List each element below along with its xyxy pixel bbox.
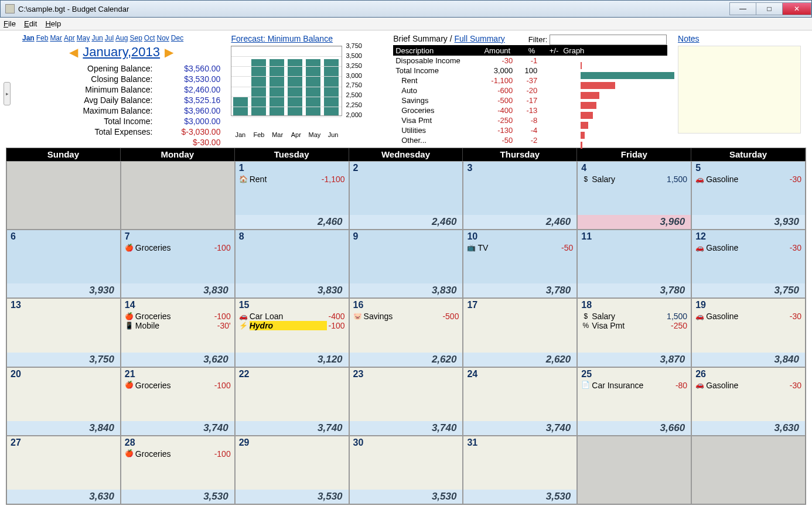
summary-row[interactable]: Other...-50-2 bbox=[393, 135, 667, 145]
balance-label: Closing Balance: bbox=[22, 74, 156, 84]
day-balance: 3,630 bbox=[692, 421, 805, 435]
calendar-cell[interactable]: 19🚗Gasoline-303,840 bbox=[691, 298, 806, 367]
calendar-cell[interactable]: 313,530 bbox=[463, 436, 577, 504]
calendar-cell[interactable]: 93,830 bbox=[349, 230, 463, 298]
day-balance: 3,530 bbox=[350, 490, 463, 504]
summary-row[interactable]: Utilities-130-4 bbox=[393, 125, 667, 135]
item-icon: ⚡ bbox=[239, 322, 248, 330]
calendar-cell[interactable]: 15🚗Car Loan-400⚡Hydro-1003,120 bbox=[235, 298, 349, 367]
calendar-item[interactable]: ⚡Hydro-100 bbox=[239, 321, 345, 330]
calendar-item[interactable]: 🍎Groceries-100 bbox=[125, 381, 231, 390]
day-balance: 3,740 bbox=[236, 421, 349, 435]
minimize-button[interactable]: — bbox=[729, 2, 756, 15]
calendar-cell[interactable]: 233,740 bbox=[349, 367, 463, 436]
summary-row[interactable]: Rent-1,100-37 bbox=[393, 76, 667, 86]
calendar-item[interactable]: 🍎Groceries-100 bbox=[125, 312, 231, 321]
calendar-item[interactable]: 🚗Gasoline-30 bbox=[695, 175, 801, 184]
balance-label: Opening Balance: bbox=[22, 64, 156, 73]
calendar-cell[interactable]: 203,840 bbox=[6, 367, 121, 436]
calendar-cell[interactable]: 303,530 bbox=[349, 436, 463, 504]
summary-row[interactable]: Total Income3,000100 bbox=[393, 66, 667, 76]
day-balance: 3,870 bbox=[578, 353, 691, 367]
calendar-item[interactable]: 🚗Gasoline-30 bbox=[695, 381, 801, 390]
day-balance: 2,620 bbox=[463, 353, 576, 367]
item-icon: 🍎 bbox=[125, 244, 134, 252]
calendar-item[interactable]: 📱Mobile-30' bbox=[125, 321, 231, 330]
calendar-item[interactable]: $Salary1,500 bbox=[581, 312, 687, 321]
month-title[interactable]: January,2013 bbox=[83, 45, 160, 60]
month-tab-jan[interactable]: Jan bbox=[22, 34, 35, 42]
day-header: Tuesday bbox=[235, 148, 349, 161]
month-tab-jul[interactable]: Jul bbox=[105, 34, 114, 42]
balance-label bbox=[22, 138, 156, 147]
calendar-cell[interactable]: 14🍎Groceries-100📱Mobile-30'3,620 bbox=[121, 298, 235, 367]
notes-link[interactable]: Notes bbox=[678, 34, 806, 43]
calendar-cell[interactable]: 22,460 bbox=[349, 161, 463, 230]
calendar-cell[interactable]: 83,830 bbox=[235, 230, 349, 298]
side-expand-handle[interactable]: ▸ bbox=[4, 82, 11, 105]
calendar-item[interactable]: 🏠Rent-1,100 bbox=[239, 175, 345, 184]
calendar-cell[interactable]: 1🏠Rent-1,1002,460 bbox=[235, 161, 349, 230]
summary-row[interactable]: Groceries-400-13 bbox=[393, 105, 667, 115]
full-summary-link[interactable]: Full Summary bbox=[454, 34, 504, 43]
calendar-item[interactable]: 🍎Groceries-100 bbox=[125, 449, 231, 459]
day-header: Saturday bbox=[691, 148, 806, 161]
summary-row[interactable]: Disposable Income-30-1 bbox=[393, 56, 667, 66]
calendar-item[interactable]: $Salary1,500 bbox=[581, 175, 687, 184]
filter-input[interactable] bbox=[550, 35, 667, 45]
calendar-item[interactable]: 🐷Savings-500 bbox=[353, 312, 459, 321]
calendar-cell[interactable]: 21🍎Groceries-1003,740 bbox=[121, 367, 235, 436]
calendar-cell[interactable]: 223,740 bbox=[235, 367, 349, 436]
calendar-cell[interactable]: 4$Salary1,5003,960 bbox=[577, 161, 691, 230]
calendar-cell[interactable]: 63,930 bbox=[6, 230, 121, 298]
month-tab-feb[interactable]: Feb bbox=[36, 34, 49, 42]
calendar-cell[interactable]: 16🐷Savings-5002,620 bbox=[349, 298, 463, 367]
calendar-item[interactable]: %Visa Pmt-250 bbox=[581, 321, 687, 330]
calendar-cell[interactable]: 12🚗Gasoline-303,750 bbox=[691, 230, 806, 298]
calendar-cell[interactable]: 10📺TV-503,780 bbox=[463, 230, 577, 298]
calendar-item[interactable]: 🚗Car Loan-400 bbox=[239, 312, 345, 321]
month-tab-dec[interactable]: Dec bbox=[171, 34, 183, 42]
menu-file[interactable]: File bbox=[4, 19, 16, 28]
month-tab-oct[interactable]: Oct bbox=[144, 34, 155, 42]
month-tabs[interactable]: JanFebMarAprMayJunJulAugSepOctNovDec bbox=[22, 34, 220, 42]
month-tab-nov[interactable]: Nov bbox=[157, 34, 169, 42]
month-tab-sep[interactable]: Sep bbox=[129, 34, 142, 42]
calendar-cell[interactable]: 28🍎Groceries-1003,530 bbox=[121, 436, 235, 504]
calendar-cell[interactable]: 5🚗Gasoline-303,930 bbox=[691, 161, 806, 230]
calendar-cell[interactable]: 26🚗Gasoline-303,630 bbox=[691, 367, 806, 436]
menu-edit[interactable]: Edit bbox=[24, 19, 37, 28]
calendar-cell[interactable]: 7🍎Groceries-1003,830 bbox=[121, 230, 235, 298]
calendar-item[interactable]: 🍎Groceries-100 bbox=[125, 243, 231, 252]
prev-month-button[interactable]: ◀ bbox=[69, 45, 78, 59]
summary-row[interactable]: Auto-600-20 bbox=[393, 86, 667, 95]
calendar-cell[interactable]: 25📄Car Insurance-803,660 bbox=[577, 367, 691, 436]
calendar-item[interactable]: 📄Car Insurance-80 bbox=[581, 381, 687, 390]
summary-row[interactable]: Savings-500-17 bbox=[393, 95, 667, 105]
month-tab-apr[interactable]: Apr bbox=[64, 34, 75, 42]
calendar-cell[interactable]: 273,630 bbox=[6, 436, 121, 504]
calendar-item[interactable]: 🚗Gasoline-30 bbox=[695, 243, 801, 252]
calendar-cell[interactable]: 243,740 bbox=[463, 367, 577, 436]
month-tab-aug[interactable]: Aug bbox=[115, 34, 128, 42]
day-number: 5 bbox=[692, 162, 805, 175]
calendar-cell[interactable]: 113,780 bbox=[577, 230, 691, 298]
calendar-cell[interactable]: 172,620 bbox=[463, 298, 577, 367]
close-button[interactable]: ✕ bbox=[782, 2, 811, 15]
maximize-button[interactable]: □ bbox=[756, 2, 783, 15]
next-month-button[interactable]: ▶ bbox=[165, 45, 173, 59]
calendar-cell[interactable]: 293,530 bbox=[235, 436, 349, 504]
month-tab-jun[interactable]: Jun bbox=[91, 34, 103, 42]
month-tab-may[interactable]: May bbox=[77, 34, 90, 42]
summary-row[interactable]: Visa Pmt-250-8 bbox=[393, 115, 667, 125]
day-balance: 3,840 bbox=[692, 353, 805, 367]
calendar-cell[interactable]: 18$Salary1,500%Visa Pmt-2503,870 bbox=[577, 298, 691, 367]
month-tab-mar[interactable]: Mar bbox=[50, 34, 62, 42]
menu-help[interactable]: Help bbox=[45, 19, 61, 28]
calendar-item[interactable]: 📺TV-50 bbox=[467, 243, 573, 252]
calendar-cell[interactable]: 32,460 bbox=[463, 161, 577, 230]
notes-area[interactable] bbox=[678, 46, 801, 134]
calendar-item[interactable]: 🚗Gasoline-30 bbox=[695, 312, 801, 321]
calendar-cell-empty bbox=[577, 436, 691, 504]
calendar-cell[interactable]: 133,750 bbox=[6, 298, 121, 367]
